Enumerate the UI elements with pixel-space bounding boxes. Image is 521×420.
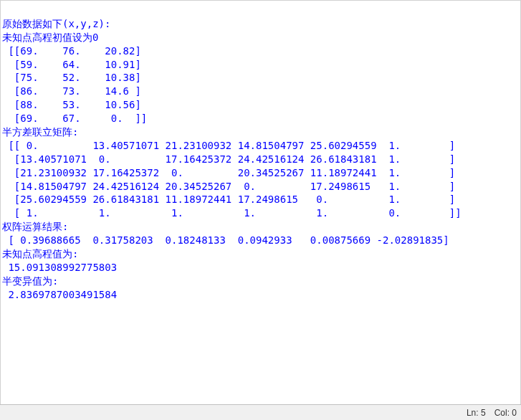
output-line: 半变异值为: [2,275,58,287]
output-line: 原始数据如下(x,y,z): [2,18,110,29]
status-bar: Ln: 5 Col: 0 [0,404,521,420]
output-line: [25.60294559 26.61843181 11.18972441 17.… [2,194,455,205]
output-line: [59. 64. 10.91] [2,59,141,70]
status-line: Ln: 5 [467,408,486,418]
output-line: [[ 0. 13.40571071 21.23100932 14.8150479… [2,140,455,151]
output-line: 未知点高程值为: [2,248,78,259]
output-line: 2.8369787003491584 [2,289,117,300]
output-line: [ 0.39688665 0.31758203 0.18248133 0.094… [2,234,449,246]
output-line: [21.23100932 17.16425372 0. 20.34525267 … [2,167,455,178]
line-value: 5 [481,408,486,418]
output-line: [[69. 76. 20.82] [2,45,141,57]
output-line: 未知点高程初值设为0 [2,32,98,43]
output-line: [75. 52. 10.38] [2,72,141,83]
output-line: [13.40571071 0. 17.16425372 24.42516124 … [2,153,455,165]
status-col: Col: 0 [494,408,517,418]
console-output-area: 原始数据如下(x,y,z): 未知点高程初值设为0 [[69. 76. 20.8… [0,0,521,404]
col-value: 0 [512,408,517,418]
output-line: [69. 67. 0. ]] [2,113,147,124]
output-line: 15.091308992775803 [2,262,117,273]
col-label: Col: [494,408,510,418]
output-line: [86. 73. 14.6 ] [2,85,141,97]
line-label: Ln: [467,408,479,418]
output-line: 权阵运算结果: [2,221,68,232]
output-line: 半方差联立矩阵: [2,126,78,138]
output-line: [88. 53. 10.56] [2,99,141,110]
output-line: [ 1. 1. 1. 1. 1. 0. ]] [2,207,462,219]
output-line: [14.81504797 24.42516124 20.34525267 0. … [2,181,455,192]
